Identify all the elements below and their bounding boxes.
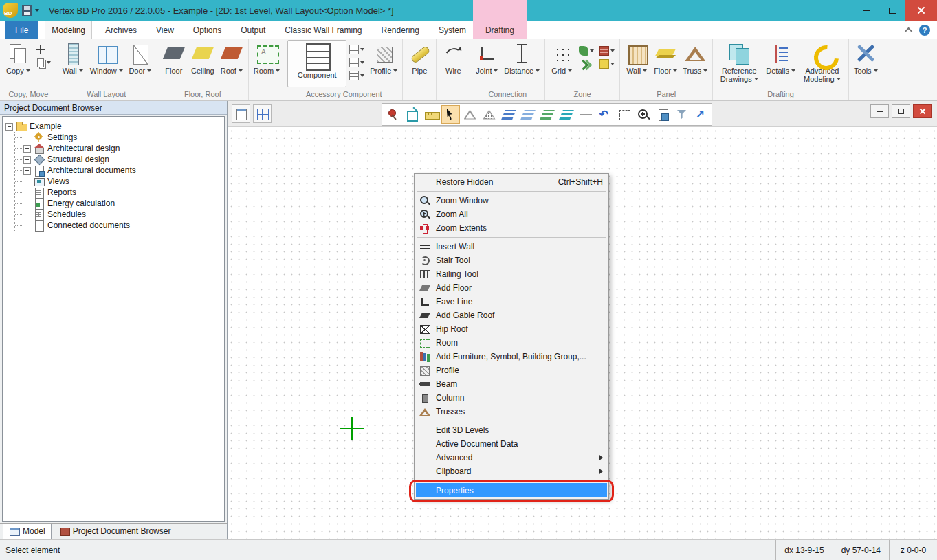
tab-options[interactable]: Options <box>187 21 228 39</box>
expand-expander-icon[interactable] <box>23 156 31 164</box>
copy-button[interactable]: Copy <box>3 40 33 87</box>
menu-item-trusses[interactable]: Trusses <box>416 405 607 418</box>
layers-3-button[interactable] <box>538 105 556 124</box>
tab-model[interactable]: Model <box>3 524 52 539</box>
menu-item-eave-line[interactable]: Eave Line <box>416 295 607 309</box>
wall-button[interactable]: Wall <box>58 40 87 87</box>
menu-item-column[interactable]: Column <box>416 391 607 405</box>
component-option-1-button[interactable] <box>348 44 366 55</box>
pipe-button[interactable]: Pipe <box>405 40 434 87</box>
door-button[interactable]: Door <box>126 40 155 87</box>
zone-tool-3-button[interactable] <box>577 58 595 69</box>
component-option-3-button[interactable] <box>348 70 366 81</box>
layers-1-button[interactable] <box>499 105 518 124</box>
menu-item-zoom-window[interactable]: Zoom Window <box>416 194 607 208</box>
menu-item-add-gable-roof[interactable]: Add Gable Roof <box>416 309 607 322</box>
layers-4-button[interactable] <box>557 105 575 124</box>
copy-options-button[interactable] <box>34 57 52 68</box>
menu-item-zoom-extents[interactable]: Zoom Extents <box>416 221 607 235</box>
details-button[interactable]: Details <box>763 40 798 87</box>
expand-expander-icon[interactable] <box>23 145 31 153</box>
wire-button[interactable]: Wire <box>439 40 467 87</box>
collapse-expander-icon[interactable] <box>5 123 13 131</box>
maximize-button[interactable] <box>879 0 905 21</box>
component-button[interactable]: Component <box>287 40 346 87</box>
reference-drawings-button[interactable]: Reference Drawings <box>715 40 763 87</box>
ceiling-button[interactable]: Ceiling <box>188 40 217 87</box>
expand-expander-icon[interactable] <box>23 167 31 175</box>
paste-button[interactable] <box>653 105 672 124</box>
tree-item-architectural-documents[interactable]: Architectural documents <box>23 165 221 176</box>
tab-file[interactable]: File <box>5 21 38 39</box>
tree-item-structural-design[interactable]: Structural design <box>23 154 221 165</box>
zone-tool-4-button[interactable] <box>598 58 616 69</box>
tab-modeling[interactable]: Modeling <box>45 21 92 39</box>
tab-system[interactable]: System <box>432 21 472 39</box>
panel-floor-button[interactable]: Floor <box>651 40 680 87</box>
roof-button[interactable]: Roof <box>217 40 246 87</box>
menu-item-restore-hidden[interactable]: Restore Hidden Ctrl+Shift+H <box>416 175 607 189</box>
menu-item-advanced[interactable]: Advanced <box>416 451 607 464</box>
zone-tool-2-button[interactable] <box>598 45 616 56</box>
room-button[interactable]: Room <box>251 40 283 87</box>
zone-tool-1-button[interactable] <box>577 45 595 56</box>
sheet-view-button[interactable] <box>232 104 250 123</box>
tab-output[interactable]: Output <box>234 21 272 39</box>
tab-archives[interactable]: Archives <box>99 21 143 39</box>
menu-item-add-furniture[interactable]: Add Furniture, Symbol, Building Group,..… <box>416 350 607 363</box>
advanced-modeling-button[interactable]: Advanced Modeling <box>798 40 846 87</box>
tab-view[interactable]: View <box>150 21 180 39</box>
grid-button[interactable]: Grid <box>547 40 576 87</box>
tree-item-connected-documents[interactable]: Connected documents <box>23 220 221 231</box>
tree-item-schedules[interactable]: Schedules <box>23 209 221 220</box>
tree-item-example[interactable]: Example <box>5 121 221 132</box>
tab-rendering[interactable]: Rendering <box>375 21 426 39</box>
help-icon[interactable]: ? <box>919 25 930 36</box>
tree-item-reports[interactable]: Reports <box>23 187 221 198</box>
layers-2-button[interactable] <box>518 105 537 124</box>
menu-item-zoom-all[interactable]: Zoom All <box>416 208 607 221</box>
menu-item-add-floor[interactable]: Add Floor <box>416 281 607 295</box>
fit-view-button[interactable] <box>403 105 421 124</box>
tree-item-architectural-design[interactable]: Architectural design <box>23 143 221 154</box>
undo-button[interactable] <box>595 105 614 124</box>
joint-button[interactable]: Joint <box>472 40 501 87</box>
close-button[interactable] <box>905 0 937 21</box>
line-tool-button[interactable] <box>576 105 595 124</box>
tools-button[interactable]: Tools <box>851 40 881 87</box>
hatch-tool-button[interactable] <box>480 105 498 124</box>
doc-close-button[interactable] <box>913 104 932 118</box>
menu-item-profile[interactable]: Profile <box>416 363 607 377</box>
save-icon[interactable] <box>22 5 32 16</box>
layout-grid-button[interactable] <box>253 104 272 123</box>
menu-item-room[interactable]: Room <box>416 336 607 350</box>
panel-wall-button[interactable]: Wall <box>622 40 651 87</box>
minimize-button[interactable] <box>853 0 879 21</box>
select-tool-button[interactable] <box>441 105 460 124</box>
menu-item-properties[interactable]: Properties <box>416 483 607 497</box>
menu-item-clipboard[interactable]: Clipboard <box>416 464 607 478</box>
menu-item-stair-tool[interactable]: Stair Tool <box>416 254 607 267</box>
move-button[interactable] <box>34 44 52 55</box>
tree-item-energy-calculation[interactable]: Energy calculation <box>23 198 221 209</box>
zoom-tool-button[interactable] <box>634 105 652 124</box>
doc-restore-button[interactable] <box>892 104 910 118</box>
profile-button[interactable]: Profile <box>367 40 400 87</box>
window-button[interactable]: Window <box>87 40 126 87</box>
tab-classic-wall-framing[interactable]: Classic Wall Framing <box>278 21 368 39</box>
distance-button[interactable]: Distance <box>501 40 542 87</box>
tree-item-settings[interactable]: Settings <box>23 132 221 143</box>
menu-item-insert-wall[interactable]: Insert Wall <box>416 240 607 254</box>
doc-minimize-button[interactable] <box>870 104 889 118</box>
pin-toolbar-button[interactable] <box>384 105 402 124</box>
tab-project-document-browser[interactable]: Project Document Browser <box>53 524 177 539</box>
menu-item-edit-3d-levels[interactable]: Edit 3D Levels <box>416 423 607 437</box>
measure-button[interactable] <box>422 105 441 124</box>
tab-drafting[interactable]: Drafting <box>479 21 520 39</box>
menu-item-active-document-data[interactable]: Active Document Data <box>416 437 607 451</box>
tree-item-views[interactable]: Views <box>23 176 221 187</box>
marquee-select-button[interactable] <box>615 105 633 124</box>
menu-item-hip-roof[interactable]: Hip Roof <box>416 322 607 336</box>
truss-button[interactable]: Truss <box>680 40 710 87</box>
menu-item-beam[interactable]: Beam <box>416 377 607 391</box>
